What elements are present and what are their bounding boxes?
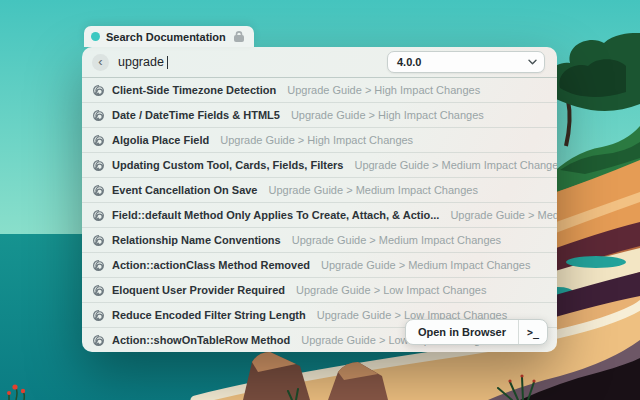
result-breadcrumb: Upgrade Guide > Medium Impact Changes: [321, 259, 530, 271]
search-documentation-window: ‹ upgrade 4.0.0 Client-Side Timezone Det…: [82, 47, 557, 352]
app-tab-label: Search Documentation: [106, 31, 226, 43]
text-caret: [167, 56, 168, 69]
search-results-list: Client-Side Timezone Detection Upgrade G…: [82, 78, 557, 352]
spiral-anchor-icon: [92, 259, 105, 272]
search-bar: ‹ upgrade 4.0.0: [82, 47, 557, 78]
result-title: Reduce Encoded Filter String Length: [112, 309, 306, 321]
search-input[interactable]: upgrade: [118, 55, 168, 69]
result-title: Event Cancellation On Save: [112, 184, 258, 196]
result-breadcrumb: Upgrade Guide > High Impact Changes: [220, 134, 413, 146]
result-breadcrumb: Upgrade Guide > Medium Impact Changes: [292, 234, 501, 246]
result-breadcrumb: Upgrade Guide > High Impact Changes: [291, 109, 484, 121]
result-breadcrumb: Upgrade Guide > High Impact Changes: [287, 84, 480, 96]
result-breadcrumb: Upgrade Guide > Medium Impact Changes: [354, 159, 557, 171]
spiral-anchor-icon: [92, 309, 105, 322]
terminal-prompt-icon: >_: [527, 327, 539, 338]
back-chevron-icon: ‹: [98, 55, 102, 68]
chevron-down-icon: [528, 59, 537, 65]
spiral-anchor-icon: [92, 234, 105, 247]
result-title: Updating Custom Tool, Cards, Fields, Fil…: [112, 159, 343, 171]
result-row[interactable]: Client-Side Timezone Detection Upgrade G…: [82, 78, 557, 102]
result-breadcrumb: Upgrade Guide > Medium Impact Changes: [269, 184, 478, 196]
spiral-anchor-icon: [92, 109, 105, 122]
result-title: Action::showOnTableRow Method: [112, 334, 290, 346]
terminal-button[interactable]: >_: [519, 320, 547, 344]
spiral-anchor-icon: [92, 209, 105, 222]
spiral-anchor-icon: [92, 284, 105, 297]
app-dot-icon: [91, 32, 100, 41]
result-row[interactable]: Relationship Name Conventions Upgrade Gu…: [82, 227, 557, 252]
result-row[interactable]: Field::default Method Only Applies To Cr…: [82, 202, 557, 227]
result-title: Date / DateTime Fields & HTML5: [112, 109, 280, 121]
result-row[interactable]: Eloquent User Provider Required Upgrade …: [82, 277, 557, 302]
result-breadcrumb: Upgrade Guide > Low Impact Changes: [296, 284, 486, 296]
spiral-anchor-icon: [92, 159, 105, 172]
open-in-browser-button[interactable]: Open in Browser: [406, 320, 518, 344]
result-breadcrumb: Upgrade Guide > Medium Impact Changes: [450, 209, 557, 221]
footer-button-group: Open in Browser >_: [405, 319, 548, 345]
result-row[interactable]: Date / DateTime Fields & HTML5 Upgrade G…: [82, 102, 557, 127]
app-tab-pill[interactable]: Search Documentation: [84, 26, 254, 47]
result-title: Eloquent User Provider Required: [112, 284, 285, 296]
open-in-browser-label: Open in Browser: [418, 326, 506, 338]
result-row[interactable]: Event Cancellation On Save Upgrade Guide…: [82, 177, 557, 202]
spiral-anchor-icon: [92, 84, 105, 97]
version-select[interactable]: 4.0.0: [387, 51, 545, 73]
back-button[interactable]: ‹: [92, 54, 109, 71]
result-title: Algolia Place Field: [112, 134, 209, 146]
spiral-anchor-icon: [92, 184, 105, 197]
spiral-anchor-icon: [92, 134, 105, 147]
result-row[interactable]: Action::actionClass Method Removed Upgra…: [82, 252, 557, 277]
result-title: Field::default Method Only Applies To Cr…: [112, 209, 439, 221]
result-title: Relationship Name Conventions: [112, 234, 281, 246]
result-title: Action::actionClass Method Removed: [112, 259, 310, 271]
lock-icon: [232, 31, 246, 42]
version-select-value: 4.0.0: [397, 56, 421, 68]
search-query-text: upgrade: [118, 55, 164, 69]
result-row[interactable]: Algolia Place Field Upgrade Guide > High…: [82, 127, 557, 152]
result-title: Client-Side Timezone Detection: [112, 84, 276, 96]
result-row[interactable]: Updating Custom Tool, Cards, Fields, Fil…: [82, 152, 557, 177]
spiral-anchor-icon: [92, 334, 105, 347]
